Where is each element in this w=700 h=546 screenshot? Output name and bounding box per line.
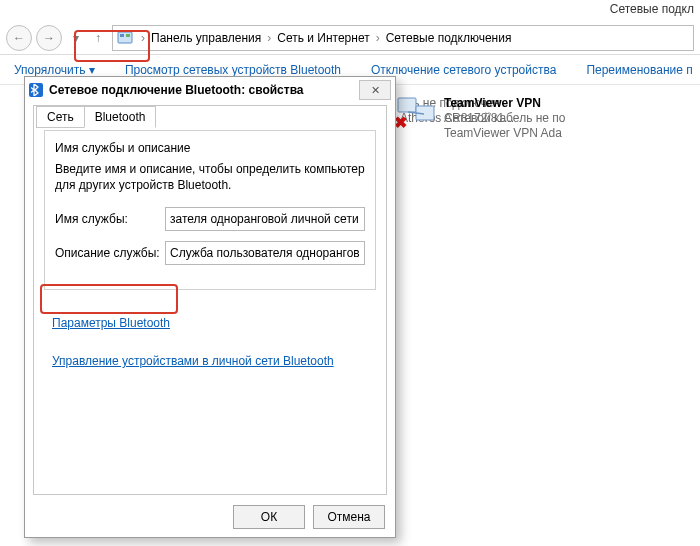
device-item-teamviewer[interactable]: ✖ TeamViewer VPN Сетевой кабель не по Te… (396, 96, 696, 141)
chevron-down-icon: ▾ (89, 63, 95, 77)
cancel-button[interactable]: Отмена (313, 505, 385, 529)
service-groupbox: Имя службы и описание Введите имя и опис… (44, 130, 376, 290)
close-icon: ✕ (371, 84, 380, 97)
annotation-highlight (74, 30, 150, 62)
device-adapter: TeamViewer VPN Ada (444, 126, 566, 141)
device-status: Сетевой кабель не по (444, 111, 566, 126)
links-area: Параметры Bluetooth Управление устройств… (52, 316, 376, 368)
pan-devices-link[interactable]: Управление устройствами в личной сети Bl… (52, 354, 334, 368)
explorer-window: Сетевые подкл ← → ▾ ↑ › Панель управлени… (0, 0, 700, 546)
groupbox-heading: Имя службы и описание (55, 141, 365, 155)
annotation-highlight (40, 284, 178, 314)
view-bt-devices[interactable]: Просмотр сетевых устройств Bluetooth (125, 63, 341, 77)
tab-strip: Сеть Bluetooth (36, 105, 155, 127)
groupbox-help: Введите имя и описание, чтобы определить… (55, 161, 365, 193)
crumb-3[interactable]: Сетевые подключения (382, 31, 516, 45)
device-title: TeamViewer VPN (444, 96, 566, 111)
back-button[interactable]: ← (6, 25, 32, 51)
service-desc-input[interactable] (165, 241, 365, 265)
dialog-button-row: ОК Отмена (233, 505, 385, 529)
disable-device[interactable]: Отключение сетевого устройства (371, 63, 556, 77)
chevron-right-icon: › (374, 31, 382, 45)
crumb-1[interactable]: Панель управления (147, 31, 265, 45)
window-title-bar: Сетевые подкл (0, 0, 700, 23)
arrow-left-icon: ← (13, 31, 25, 45)
chevron-right-icon: › (265, 31, 273, 45)
forward-button[interactable]: → (36, 25, 62, 51)
ok-button[interactable]: ОК (233, 505, 305, 529)
organize-menu[interactable]: Упорялочить ▾ (14, 63, 95, 77)
svg-rect-3 (398, 98, 416, 112)
breadcrumb[interactable]: › Панель управления › Сеть и Интернет › … (112, 25, 694, 51)
crumb-2[interactable]: Сеть и Интернет (273, 31, 373, 45)
bluetooth-icon (29, 83, 43, 97)
window-title-text: Сетевые подкл (610, 2, 694, 16)
service-desc-label: Описание службы: (55, 246, 165, 260)
close-button[interactable]: ✕ (359, 80, 391, 100)
tab-network[interactable]: Сеть (36, 106, 85, 128)
service-name-label: Имя службы: (55, 212, 165, 226)
network-adapter-icon: ✖ (396, 96, 438, 130)
service-name-input[interactable] (165, 207, 365, 231)
dialog-title-bar: Сетевое подключение Bluetooth: свойства … (25, 77, 395, 103)
tab-bluetooth[interactable]: Bluetooth (84, 106, 157, 128)
bluetooth-settings-link[interactable]: Параметры Bluetooth (52, 316, 170, 330)
arrow-right-icon: → (43, 31, 55, 45)
dialog-title: Сетевое подключение Bluetooth: свойства (49, 83, 359, 97)
rename-connection[interactable]: Переименование п (586, 63, 692, 77)
